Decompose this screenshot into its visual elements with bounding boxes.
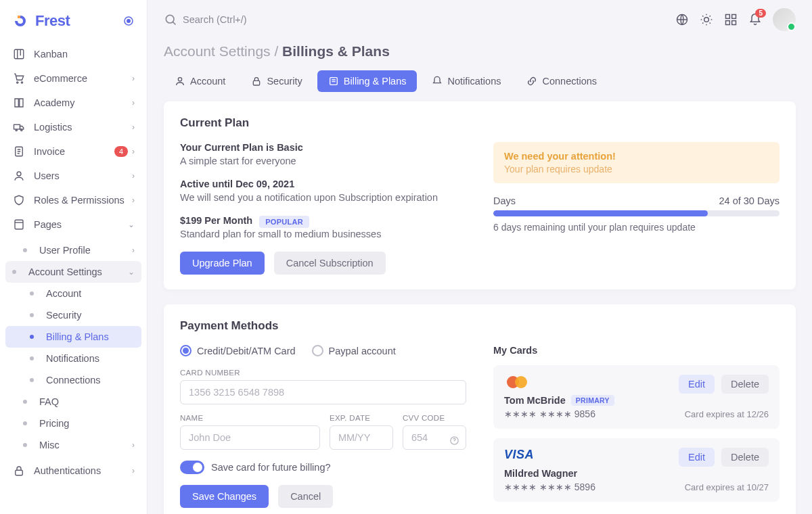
svg-point-24 [515,376,527,388]
svg-rect-20 [254,80,260,85]
shield-icon [12,193,26,207]
plan-price-sub: Standard plan for small to medium busine… [180,229,466,239]
delete-card-button[interactable]: Delete [721,375,769,394]
sidebar-item-account-settings[interactable]: Account Settings ⌄ [5,261,141,283]
card-title: Payment Methods [180,319,780,333]
sidebar-item-label: Kanban [34,49,135,60]
tab-billing-plans[interactable]: Billing & Plans [317,70,418,92]
notification-count: 5 [755,9,766,18]
brand[interactable]: Frest [0,0,147,39]
sidebar-item-invoice[interactable]: Invoice 4 › [0,139,147,164]
book-icon [12,96,26,110]
progress-fill [493,210,708,216]
svg-rect-10 [15,220,23,229]
days-value: 24 of 30 Days [719,195,780,206]
tab-notifications[interactable]: Notifications [421,70,512,92]
card-number-input[interactable] [180,380,466,404]
sidebar-item-users[interactable]: Users › [0,164,147,188]
sidebar-item-billing-plans[interactable]: Billing & Plans [5,326,141,348]
sidebar-item-ecommerce[interactable]: eCommerce › [0,66,147,91]
sidebar-item-security[interactable]: Security [0,304,147,326]
check-icon: ✓ [194,463,199,470]
sidebar-item-user-profile[interactable]: User Profile › [0,239,147,261]
chevron-right-icon: › [132,171,135,181]
upgrade-plan-button[interactable]: Upgrade Plan [180,252,265,275]
search-input[interactable]: Search (Ctrl+/) [164,13,247,26]
tabs: Account Security Billing & Plans Notific… [148,70,812,101]
sidebar-item-roles[interactable]: Roles & Permissions › [0,188,147,212]
chevron-right-icon: › [132,74,135,83]
tab-account[interactable]: Account [164,70,236,92]
saved-card-item: Tom McBride PRIMARY ∗∗∗∗ ∗∗∗∗ 9856 Edit … [493,365,780,429]
bell-icon[interactable]: 5 [748,13,762,26]
days-label: Days [493,195,516,206]
cancel-button[interactable]: Cancel [278,485,333,508]
save-changes-button[interactable]: Save Changes [180,485,269,508]
plan-name-heading: Your Current Plan is Basic [180,142,466,153]
name-input[interactable] [180,425,320,450]
popular-badge: POPULAR [259,216,309,228]
grid-icon[interactable] [724,13,738,26]
sidebar-item-faq[interactable]: FAQ [0,391,147,413]
brand-name: Frest [35,12,70,30]
sidebar-item-account[interactable]: Account [0,283,147,304]
sidebar-item-misc[interactable]: Misc› [0,434,147,456]
sidebar-item-academy[interactable]: Academy › [0,91,147,115]
card-number-label: CARD NUMBER [180,369,466,377]
tab-connections[interactable]: Connections [516,70,608,92]
visa-icon: VISA [504,448,595,463]
link-icon [526,76,537,87]
card-number-masked: ∗∗∗∗ ∗∗∗∗ 9856 [504,408,614,419]
sidebar-item-logistics[interactable]: Logistics › [0,115,147,139]
pin-icon[interactable] [122,15,135,27]
cvv-label: CVV CODE [403,414,466,422]
svg-point-12 [166,15,174,23]
radio-card[interactable]: Credit/Debit/ATM Card [180,345,296,356]
pages-icon [12,218,26,231]
svg-rect-2 [14,49,24,59]
search-icon [164,13,177,26]
avatar[interactable] [773,8,796,31]
cancel-subscription-button[interactable]: Cancel Subscription [274,252,386,275]
sidebar-item-authentications[interactable]: Authentications › [0,459,147,483]
bullet-icon [30,378,34,382]
svg-point-1 [127,20,131,23]
chevron-right-icon: › [132,466,135,475]
bullet-icon [30,335,34,339]
edit-card-button[interactable]: Edit [679,448,715,467]
save-card-switch[interactable]: ✓ [180,461,204,474]
user-icon [175,76,185,87]
chevron-right-icon: › [132,246,135,255]
card-expires: Card expires at 10/27 [685,482,769,492]
radio-icon [312,345,323,356]
main-content: Search (Ctrl+/) 5 Account Settings / Bil… [148,0,812,514]
plan-price-heading: $199 Per Month [180,215,252,226]
bullet-icon [23,400,27,404]
bullet-icon [23,421,27,425]
sun-icon[interactable] [700,13,713,26]
sidebar-item-pages[interactable]: Pages ⌄ [0,212,147,237]
chevron-right-icon: › [132,195,135,205]
edit-card-button[interactable]: Edit [679,375,715,394]
sidebar-item-notifications[interactable]: Notifications [0,348,147,369]
help-icon[interactable] [449,436,459,446]
delete-card-button[interactable]: Delete [721,448,769,467]
svg-rect-11 [16,470,23,475]
svg-rect-15 [726,15,730,19]
globe-icon[interactable] [675,13,689,26]
sidebar-item-connections[interactable]: Connections [0,369,147,391]
exp-input[interactable] [330,425,393,450]
sidebar-item-pricing[interactable]: Pricing [0,413,147,434]
lock-icon [251,76,262,87]
bullet-icon [30,313,34,317]
breadcrumb: Account Settings / Billings & Plans [148,37,812,70]
sidebar-item-kanban[interactable]: Kanban [0,42,147,66]
svg-point-6 [16,129,17,131]
sidebar: Frest Kanban eCommerce › Academy › [0,0,148,514]
brand-logo-icon [12,13,28,29]
tab-security[interactable]: Security [240,70,313,92]
bullet-icon [23,248,27,252]
chevron-right-icon: › [132,122,135,132]
radio-paypal[interactable]: Paypal account [312,345,396,356]
radio-icon [180,345,191,356]
